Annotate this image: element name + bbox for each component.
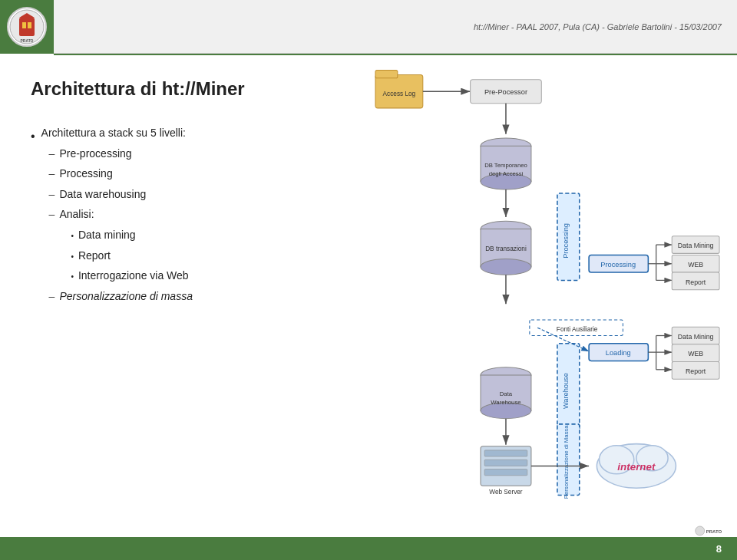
sub-list: – Pre-processing – Processing – Data war… — [49, 143, 193, 307]
bullet-icon: • — [31, 125, 35, 148]
data-mining-label-1: Data Mining — [678, 242, 714, 249]
svg-text:degli Accessi: degli Accessi — [489, 170, 524, 177]
internet-cloud: internet — [597, 444, 676, 489]
fonti-label: Fonti Ausiliarie — [557, 326, 598, 333]
svg-text:internet: internet — [617, 461, 656, 473]
left-panel: Architettura di ht://Miner • Architettur… — [0, 55, 330, 537]
sub-item-label: Analisi: — [59, 208, 94, 220]
main-bullet-text: Architettura a stack su 5 livelli: — [41, 127, 186, 139]
sub-sub-label: Data mining — [78, 225, 136, 245]
bullet-sm-icon: • — [71, 269, 74, 284]
bullet-sm-icon: • — [71, 249, 74, 264]
svg-rect-28 — [484, 469, 527, 476]
data-warehouse-group: Data Warehouse — [481, 367, 531, 419]
data-mining-label-2: Data Mining — [678, 333, 714, 341]
report-label-1: Report — [686, 278, 706, 286]
warehouse-vertical-label: Warehouse — [562, 373, 570, 409]
pre-processor-label: Pre-Pocessor — [484, 88, 527, 96]
bullet-list: • Architettura a stack su 5 livelli: – P… — [31, 123, 315, 306]
svg-rect-9 — [375, 70, 398, 77]
svg-text:DB Temporaneo: DB Temporaneo — [484, 162, 527, 169]
architecture-diagram: Access Log Pre-Pocessor DB Temp — [338, 59, 729, 533]
svg-rect-26 — [484, 450, 527, 456]
svg-rect-1 — [19, 18, 35, 36]
sub-item-label: Processing — [59, 163, 112, 184]
sub-item-preprocessing: – Pre-processing — [49, 143, 193, 164]
svg-point-34 — [696, 526, 705, 535]
prato-logo-small: PRATO — [695, 525, 725, 537]
page-title: Architettura di ht://Miner — [31, 78, 315, 100]
access-log-group: Access Log — [375, 70, 423, 107]
sub-item-warehousing: – Data warehousing — [49, 184, 193, 205]
processing-box-label: Processing — [600, 261, 636, 268]
sub-item-label: Pre-processing — [59, 143, 131, 164]
sub-item-processing: – Processing — [49, 163, 193, 184]
svg-text:Data: Data — [500, 390, 513, 397]
list-item-main: • Architettura a stack su 5 livelli: – P… — [31, 123, 315, 306]
web-server-group: Web Server — [481, 446, 531, 496]
db-temp-group: DB Temporaneo degli Accessi — [481, 138, 531, 189]
bottom-bar: 8 — [0, 537, 737, 560]
sub-item-label: Data warehousing — [59, 184, 146, 205]
web-label-1: WEB — [688, 261, 703, 268]
svg-rect-3 — [22, 22, 26, 28]
header-subtitle: ht://Miner - PAAL 2007, Pula (CA) - Gabr… — [474, 22, 722, 31]
dash-icon: – — [49, 204, 55, 225]
sub-item-personalizzazione: – Personalizzazione di massa — [49, 286, 193, 307]
bottom-logo-area: PRATO — [695, 525, 725, 537]
web-label-2: WEB — [688, 350, 703, 357]
bullet-sm-icon: • — [71, 229, 74, 243]
svg-text:PRATO: PRATO — [706, 529, 722, 534]
loading-label: Loading — [606, 349, 631, 357]
db-trans-group: DB transazioni — [481, 221, 531, 275]
logo-area: PRATO — [0, 0, 54, 54]
svg-rect-4 — [28, 22, 31, 28]
svg-text:Web Server: Web Server — [489, 489, 523, 496]
sub-item-analisi: – Analisi: • Data mining • — [49, 204, 193, 285]
svg-text:Access Log: Access Log — [383, 91, 416, 97]
svg-text:DB transazioni: DB transazioni — [485, 245, 527, 252]
dash-icon: – — [49, 163, 55, 184]
sub-sub-item-datamining: • Data mining — [71, 225, 188, 245]
logo: PRATO — [7, 7, 47, 47]
report-label-2: Report — [686, 367, 706, 375]
sub-sub-list: • Data mining • Report • — [71, 225, 188, 286]
svg-rect-27 — [484, 460, 527, 466]
header-right: ht://Miner - PAAL 2007, Pula (CA) - Gabr… — [54, 0, 737, 54]
right-panel: Access Log Pre-Pocessor DB Temp — [330, 55, 737, 537]
svg-point-18 — [481, 259, 531, 275]
svg-text:Warehouse: Warehouse — [491, 399, 521, 406]
personalizzazione-vertical-label: Personalizzazione di Massa — [563, 425, 570, 499]
sub-sub-item-report: • Report — [71, 245, 188, 266]
main-content: Architettura di ht://Miner • Architettur… — [0, 55, 737, 537]
sub-sub-item-web: • Interrogazione via Web — [71, 265, 188, 286]
dash-icon: – — [49, 184, 55, 205]
sub-sub-label: Report — [78, 245, 111, 266]
sub-sub-label: Interrogazione via Web — [78, 265, 189, 286]
diagram-container: Access Log Pre-Pocessor DB Temp — [338, 59, 729, 533]
page-number: 8 — [716, 543, 722, 555]
dash-icon: – — [49, 286, 55, 307]
sub-item-label-italic: Personalizzazione di massa — [59, 286, 193, 307]
dash-icon: – — [49, 143, 55, 164]
processing-vertical-label: Processing — [562, 223, 570, 259]
svg-text:PRATO: PRATO — [20, 38, 33, 43]
